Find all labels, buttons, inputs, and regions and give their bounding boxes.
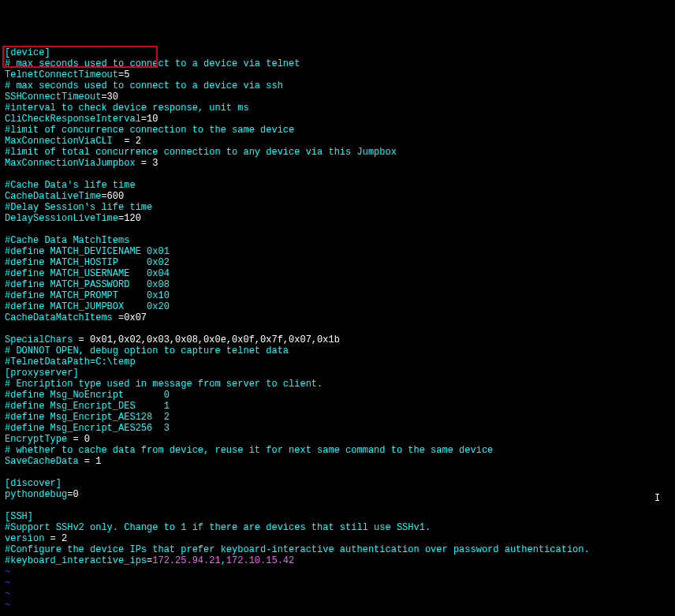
terminal-line: #define Msg_Encript_DES 1 xyxy=(5,401,670,412)
text-segment: #define Msg_Encript_AES256 3 xyxy=(5,423,170,434)
terminal-line: CacheDataMatchItems =0x07 xyxy=(5,312,670,323)
text-segment: = 0 xyxy=(67,434,90,445)
text-segment: #define Msg_NoEncript 0 xyxy=(5,390,170,401)
terminal-line: #Cache Data MatchItems xyxy=(5,235,670,246)
text-segment: ~ xyxy=(5,577,10,588)
text-segment: [proxyserver] xyxy=(5,368,79,379)
text-segment: EncryptType xyxy=(5,434,67,445)
text-segment: =0x07 xyxy=(113,312,147,323)
text-segment xyxy=(5,500,10,511)
text-segment: #TelnetDataPath=C:\temp xyxy=(5,357,136,368)
terminal-line: # max seconds used to connect to a devic… xyxy=(5,58,670,69)
text-segment: #Delay Session's life time xyxy=(5,202,152,213)
text-segment xyxy=(5,224,10,235)
terminal-line: #interval to check device response, unit… xyxy=(5,103,670,114)
terminal-line: [discover] xyxy=(5,478,670,489)
terminal-line: #define Msg_Encript_AES128 2 xyxy=(5,412,670,423)
terminal-line: SaveCacheData = 1 xyxy=(5,456,670,467)
text-segment: [discover] xyxy=(5,478,62,489)
text-segment: #limit of concurrence connection to the … xyxy=(5,125,294,136)
terminal-line: MaxConnectionViaCLI = 2 xyxy=(5,136,670,147)
text-segment: =5 xyxy=(118,69,129,80)
text-segment: #define MATCH_PASSWORD 0x08 xyxy=(5,279,170,290)
terminal-line: SSHConnectTimeout=30 xyxy=(5,91,670,103)
text-segment: = 3 xyxy=(136,158,158,169)
terminal-line: ~ xyxy=(5,566,670,577)
text-segment: CacheDataLiveTime xyxy=(5,191,101,202)
text-segment: #Cache Data MatchItems xyxy=(5,235,129,246)
terminal-line: CliCheckResponseInterval=10 xyxy=(5,114,670,125)
terminal-line: #define MATCH_HOSTIP 0x02 xyxy=(5,257,670,268)
text-segment: =10 xyxy=(141,114,158,125)
text-segment: = 0x01,0x02,0x03,0x08,0x0e,0x0f,0x7f,0x0… xyxy=(73,334,339,345)
terminal-line: # max seconds used to connect to a devic… xyxy=(5,80,670,91)
text-segment: #interval to check device response, unit… xyxy=(5,103,249,114)
terminal-line: #Support SSHv2 only. Change to 1 if ther… xyxy=(5,522,670,533)
terminal-line: #define MATCH_JUMPBOX 0x20 xyxy=(5,301,670,312)
text-segment: #Configure the device IPs that prefer ke… xyxy=(5,544,590,555)
text-segment: pythondebug xyxy=(5,489,67,500)
text-segment: ~ xyxy=(5,588,10,599)
terminal-line: #limit of concurrence connection to the … xyxy=(5,125,670,136)
text-segment: MaxConnectionViaCLI xyxy=(5,136,113,147)
text-segment: [device] xyxy=(5,47,50,58)
terminal-line: version = 2 xyxy=(5,533,670,544)
text-segment: ~ xyxy=(5,599,10,610)
text-segment: = 1 xyxy=(79,456,102,467)
text-segment xyxy=(5,169,10,180)
terminal-line: #TelnetDataPath=C:\temp xyxy=(5,357,670,368)
terminal-line: #Cache Data's life time xyxy=(5,180,670,191)
text-segment: = 2 xyxy=(113,136,141,147)
text-segment: =0 xyxy=(67,489,78,500)
terminal-line: CacheDataLiveTime=600 xyxy=(5,191,670,202)
text-segment: ~ xyxy=(5,566,10,577)
terminal-line: #define Msg_Encript_AES256 3 xyxy=(5,423,670,434)
terminal-line xyxy=(5,224,670,235)
terminal-line: ~ xyxy=(5,588,670,599)
text-segment: #Cache Data's life time xyxy=(5,180,136,191)
terminal-line: #define MATCH_PASSWORD 0x08 xyxy=(5,279,670,290)
text-segment xyxy=(5,467,10,478)
text-segment: SaveCacheData xyxy=(5,456,79,467)
text-segment: =600 xyxy=(101,191,124,202)
terminal-line: #Configure the device IPs that prefer ke… xyxy=(5,544,670,555)
terminal-line: pythondebug=0 xyxy=(5,489,670,500)
text-segment: #define Msg_Encript_AES128 2 xyxy=(5,412,170,423)
terminal-line: # Encription type used in message from s… xyxy=(5,379,670,390)
terminal-line: EncryptType = 0 xyxy=(5,434,670,445)
text-segment: # max seconds used to connect to a devic… xyxy=(5,80,283,91)
text-segment: CliCheckResponseInterval xyxy=(5,114,141,125)
text-segment xyxy=(5,323,10,334)
terminal-line: #define MATCH_PROMPT 0x10 xyxy=(5,290,670,301)
text-segment: SpecialChars xyxy=(5,334,73,345)
terminal-line: SpecialChars = 0x01,0x02,0x03,0x08,0x0e,… xyxy=(5,334,670,345)
text-segment: #Support SSHv2 only. Change to 1 if ther… xyxy=(5,522,431,533)
terminal-line: TelnetConnectTimeout=5 xyxy=(5,69,670,80)
terminal-line: [proxyserver] xyxy=(5,368,670,379)
text-segment: =30 xyxy=(101,91,118,103)
terminal-line xyxy=(5,169,670,180)
text-segment: = 2 xyxy=(44,533,67,544)
terminal-line: # DONNOT OPEN, debug option to capture t… xyxy=(5,345,670,357)
text-segment: # max seconds used to connect to a devic… xyxy=(5,58,300,69)
text-segment: #define MATCH_HOSTIP 0x02 xyxy=(5,257,170,268)
terminal-line: [device] xyxy=(5,47,670,58)
terminal-line: ~ xyxy=(5,577,670,588)
terminal-line xyxy=(5,323,670,334)
terminal-line: #Delay Session's life time xyxy=(5,202,670,213)
terminal-output[interactable]: [device]# max seconds used to connect to… xyxy=(5,47,670,610)
text-segment: CacheDataMatchItems xyxy=(5,312,113,323)
text-segment: # DONNOT OPEN, debug option to capture t… xyxy=(5,345,289,357)
text-segment: MaxConnectionViaJumpbox xyxy=(5,158,136,169)
terminal-line: #limit of total concurrence connection t… xyxy=(5,147,670,158)
text-segment: TelnetConnectTimeout xyxy=(5,69,118,80)
terminal-line: #define Msg_NoEncript 0 xyxy=(5,390,670,401)
text-cursor: I xyxy=(654,493,660,504)
text-segment: #limit of total concurrence connection t… xyxy=(5,147,397,158)
text-segment: #keyboard_interactive_ips xyxy=(5,555,147,566)
text-segment: SSHConnectTimeout xyxy=(5,91,101,103)
terminal-line: #keyboard_interactive_ips=172.25.94.21,1… xyxy=(5,555,670,566)
text-segment: #define MATCH_USERNAME 0x04 xyxy=(5,268,170,279)
text-segment: #define MATCH_PROMPT 0x10 xyxy=(5,290,170,301)
text-segment: 172.25.94.21 xyxy=(152,555,220,566)
